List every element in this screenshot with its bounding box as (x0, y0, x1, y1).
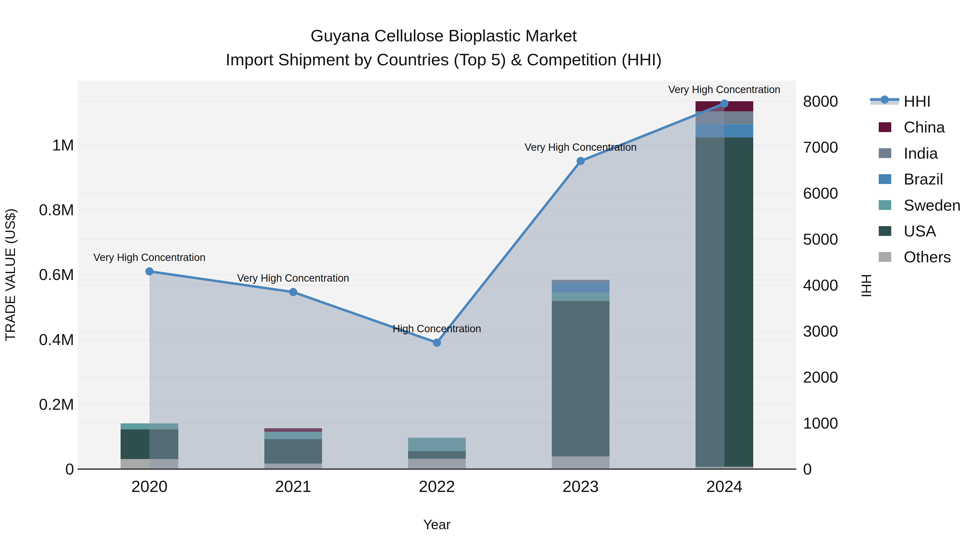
y-right-tick-8000: 8000 (803, 92, 838, 110)
hhi-marker-2022 (433, 338, 441, 347)
y-left-tick-0.8M: 0.8M (39, 201, 74, 219)
x-tick-2021: 2021 (275, 477, 311, 495)
y-right-tick-1000: 1000 (803, 414, 838, 432)
legend-label-india: India (904, 144, 939, 162)
y-right-tick-6000: 6000 (803, 184, 838, 202)
legend-label-sweden: Sweden (904, 196, 961, 214)
x-tick-2020: 2020 (131, 477, 167, 495)
legend-item-sweden[interactable]: Sweden (879, 196, 961, 214)
y-left-tick-0: 0 (65, 460, 74, 478)
legend-swatch-india (879, 148, 891, 158)
legend-item-brazil[interactable]: Brazil (879, 170, 943, 188)
legend-label-hhi: HHI (904, 92, 931, 110)
y-right-tick-7000: 7000 (803, 138, 838, 156)
legend-swatch-china (879, 122, 891, 132)
legend-item-hhi[interactable]: HHI (870, 92, 931, 110)
legend-item-india[interactable]: India (879, 144, 939, 162)
y-left-tick-0.6M: 0.6M (39, 265, 74, 283)
y-left-tick-0.4M: 0.4M (39, 330, 74, 348)
x-tick-2023: 2023 (562, 477, 599, 495)
x-axis-title: Year (423, 517, 450, 532)
chart-canvas: Guyana Cellulose Bioplastic Market Impor… (0, 0, 980, 551)
legend-swatch-brazil (879, 174, 891, 184)
annotation-2021: Very High Concentration (237, 272, 349, 284)
legend-item-others[interactable]: Others (879, 248, 951, 265)
plot-area: Very High ConcentrationVery High Concent… (39, 81, 838, 495)
y-left-tick-1M: 1M (52, 136, 74, 154)
y-right-tick-2000: 2000 (803, 368, 838, 386)
chart-title: Guyana Cellulose Bioplastic Market (310, 26, 577, 45)
annotation-2024: Very High Concentration (668, 84, 780, 95)
legend-hhi-marker-swatch (881, 95, 889, 104)
y-axis-title-right: HHI (859, 274, 874, 297)
hhi-marker-2020 (145, 267, 154, 275)
y-axis-title-left: TRADE VALUE (US$) (3, 208, 18, 341)
legend-swatch-usa (879, 226, 891, 236)
y-left-tick-0.2M: 0.2M (39, 395, 74, 413)
legend-swatch-sweden (879, 200, 891, 210)
annotation-2023: Very High Concentration (525, 141, 637, 153)
annotation-2020: Very High Concentration (93, 252, 205, 263)
legend: HHIChinaIndiaBrazilSwedenUSAOthers (870, 92, 961, 265)
legend-item-usa[interactable]: USA (879, 222, 937, 240)
y-right-tick-0: 0 (803, 460, 812, 478)
y-right-tick-4000: 4000 (803, 276, 838, 294)
legend-label-usa: USA (904, 222, 937, 240)
hhi-marker-2021 (289, 288, 297, 296)
chart-subtitle: Import Shipment by Countries (Top 5) & C… (226, 50, 662, 69)
legend-item-china[interactable]: China (879, 118, 945, 136)
legend-label-china: China (904, 118, 945, 136)
x-tick-2022: 2022 (419, 477, 455, 495)
legend-label-brazil: Brazil (904, 170, 943, 188)
hhi-marker-2024 (720, 99, 729, 108)
x-tick-2024: 2024 (706, 477, 742, 495)
legend-swatch-others (879, 252, 891, 262)
y-right-tick-3000: 3000 (803, 322, 838, 340)
annotation-2022: High Concentration (393, 323, 481, 334)
legend-label-others: Others (904, 248, 951, 265)
hhi-marker-2023 (577, 157, 585, 165)
y-right-tick-5000: 5000 (803, 230, 838, 248)
